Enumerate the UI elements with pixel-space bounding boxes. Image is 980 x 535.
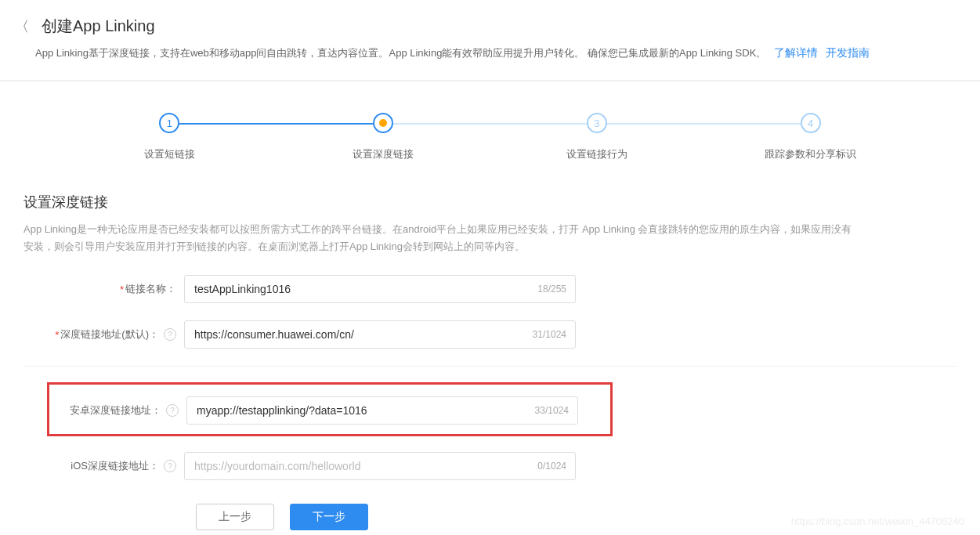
android-link-count: 33/1024	[535, 405, 569, 416]
required-icon: *	[120, 284, 124, 295]
link-name-count: 18/255	[537, 284, 566, 295]
form-row-deep-link: * 深度链接地址(默认)： ? 31/1024	[24, 320, 956, 349]
required-icon: *	[55, 329, 59, 341]
form-row-android-link: 安卓深度链接地址： ? 33/1024	[26, 396, 610, 425]
ios-link-label: iOS深度链接地址：	[71, 459, 159, 473]
step-1-circle: 1	[159, 113, 179, 133]
form-row-link-name: * 链接名称： 18/255	[24, 275, 956, 303]
step-3-circle: 3	[587, 113, 607, 133]
section-title: 设置深度链接	[24, 193, 956, 211]
step-3-label: 设置链接行为	[566, 147, 627, 161]
page-title: 创建App Linking	[42, 16, 155, 37]
form-row-ios-link: iOS深度链接地址： ? 0/1024	[24, 452, 956, 480]
back-icon[interactable]: 〈	[12, 17, 32, 36]
android-link-input[interactable]	[186, 396, 578, 425]
step-1-label: 设置短链接	[144, 147, 195, 161]
divider	[24, 366, 956, 367]
help-icon[interactable]: ?	[164, 460, 176, 472]
prev-button[interactable]: 上一步	[196, 504, 274, 530]
deep-link-input[interactable]	[184, 320, 576, 349]
deep-link-count: 31/1024	[533, 329, 566, 340]
deep-link-label: 深度链接地址(默认)：	[60, 327, 159, 342]
learn-more-link[interactable]: 了解详情	[774, 46, 818, 60]
step-3: 3 设置链接行为	[490, 113, 704, 161]
section-description: App Linking是一种无论应用是否已经安装都可以按照所需方式工作的跨平台链…	[24, 221, 956, 255]
step-1: 1 设置短链接	[63, 113, 277, 161]
step-4-circle: 4	[801, 113, 821, 133]
step-indicator: 1 设置短链接 2 设置深度链接 3 设置链接行为 4 跟踪参数和分享标识	[63, 113, 917, 161]
page-description: App Linking基于深度链接，支持在web和移动app间自由跳转，直达内容…	[35, 46, 766, 60]
step-2-label: 设置深度链接	[353, 147, 414, 161]
highlight-box: 安卓深度链接地址： ? 33/1024	[47, 382, 613, 436]
link-name-input[interactable]	[184, 275, 576, 303]
ios-link-input[interactable]	[184, 452, 576, 480]
link-name-label: 链接名称：	[125, 282, 176, 296]
ios-link-count: 0/1024	[537, 461, 566, 472]
step-4: 4 跟踪参数和分享标识	[703, 113, 917, 161]
android-link-label: 安卓深度链接地址：	[70, 403, 161, 418]
step-2: 2 设置深度链接	[277, 113, 490, 161]
step-2-circle: 2	[373, 113, 393, 133]
next-button[interactable]: 下一步	[290, 504, 368, 530]
help-icon[interactable]: ?	[166, 404, 179, 417]
dev-guide-link[interactable]: 开发指南	[826, 46, 870, 60]
step-4-label: 跟踪参数和分享标识	[765, 147, 856, 161]
help-icon[interactable]: ?	[164, 328, 176, 341]
